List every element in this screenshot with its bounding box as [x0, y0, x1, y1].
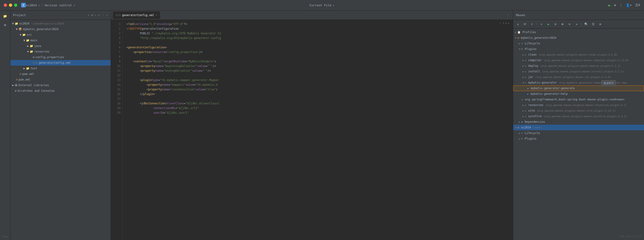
close-icon[interactable]: ✕: [98, 13, 100, 17]
tree-item-mybatis-gen[interactable]: ▼ 📦 mybatis_generator2024: [10, 26, 111, 32]
chevron-right-icon: ▶: [27, 44, 29, 48]
lifecycle-icon: 📋: [518, 31, 521, 34]
gear-icon[interactable]: −: [106, 13, 108, 17]
root-module-label: sc2024: [521, 126, 531, 129]
add-button[interactable]: +: [539, 21, 544, 27]
tab-more-button[interactable]: ⋮: [504, 13, 511, 17]
maximize-button[interactable]: [14, 3, 17, 7]
toggle-button[interactable]: ⊠: [560, 21, 565, 27]
maven-plugin-compiler[interactable]: ▶ ⚙ compiler (org.apache.maven.plugins:m…: [513, 57, 644, 63]
maven-plugin-resources[interactable]: ▶ ⚙ resources (org.apache.maven.plugins:…: [513, 102, 644, 108]
maven-plugins[interactable]: ▼ ⊞ Plugins: [513, 46, 644, 52]
folder-icon: 📁: [26, 67, 30, 70]
surefire-label: surefire: [528, 115, 542, 118]
skip-button[interactable]: ⊘: [567, 21, 572, 27]
code-line-5: [126, 40, 513, 45]
project-name-label: sc2024: [26, 3, 37, 7]
translate-icon[interactable]: 文A: [635, 3, 640, 7]
refresh-button[interactable]: ↺: [515, 21, 521, 27]
tree-item-main[interactable]: ▼ 📁 main: [10, 38, 111, 43]
tree-item-config-props[interactable]: ⚙ config.properties: [10, 54, 111, 60]
jar-label: jar: [528, 75, 533, 79]
goal-icon: ▶: [527, 93, 529, 95]
debug-icon[interactable]: ⚙: [614, 3, 616, 7]
version-control-label[interactable]: Version control ∨: [44, 3, 75, 7]
search-button[interactable]: 🔍: [584, 21, 589, 27]
maven-plugin-mybatis-gen[interactable]: ▼ ⚙ mybatis-generator (org.mybatis.gener…: [513, 80, 644, 86]
maven-title: Maven: [516, 13, 525, 17]
clean-label: clean: [528, 53, 536, 56]
current-file-selector[interactable]: Current File ∨: [309, 3, 335, 7]
maven-profiles[interactable]: ▶ 📋 Profiles: [513, 29, 644, 35]
lifecycle-button[interactable]: ⊡: [553, 21, 558, 27]
close-button[interactable]: [4, 3, 7, 7]
tree-item-scratches[interactable]: ▶ ≡ Scratches and Consoles: [10, 88, 111, 94]
tree-item-ext-libs[interactable]: ▶ 🏛 External Libraries: [10, 82, 111, 88]
maven-plugin-deploy[interactable]: ▶ ⚙ deploy (org.apache.maven.plugins:mav…: [513, 63, 644, 69]
maven-root-module[interactable]: ▼ m sc2024 (root): [513, 125, 644, 130]
minimize-button[interactable]: [9, 3, 12, 7]
maven-dependencies[interactable]: ▶ ◆ Dependencies: [513, 119, 644, 125]
maven-goal-help[interactable]: ▶ mybatis-generator:help: [513, 91, 644, 97]
columns-button[interactable]: ☰: [590, 21, 596, 27]
more-icon[interactable]: ⋮: [619, 3, 622, 7]
tree-item-src[interactable]: ▼ 📁 src: [10, 32, 111, 38]
scroll-up-icon[interactable]: ∧: [505, 22, 507, 25]
maven-tree: ▶ 📋 Profiles ▼ m mybatis_generator2024 ▶…: [513, 28, 644, 240]
resources-detail: (org.apache.maven.plugins:maven-resource…: [545, 104, 628, 107]
download-button[interactable]: ⬇: [529, 21, 535, 27]
tree-item-test[interactable]: ▶ 📁 test: [10, 66, 111, 71]
maven-root-lifecycle[interactable]: ▶ ⊙ Lifecycle: [513, 130, 644, 136]
tab-bar: </> generatorConfig.xml ✕ ⋮: [111, 10, 513, 20]
run-button[interactable]: ▶: [546, 21, 551, 27]
settings-button[interactable]: ⚙: [598, 21, 603, 27]
settings-icon: ⚙: [33, 56, 34, 59]
resources-label: resources: [528, 104, 544, 107]
deploy-label: deploy: [528, 64, 538, 67]
site-label: site: [528, 109, 535, 112]
reimport-button[interactable]: ⟳: [522, 21, 528, 27]
project-sidebar-button[interactable]: 📁: [2, 13, 8, 19]
structure-button[interactable]: ⊞: [2, 22, 8, 28]
plugin-icon: ⚙: [525, 59, 526, 62]
add-icon[interactable]: ⊕: [91, 13, 93, 17]
maven-lifecycle[interactable]: ▶ ⊙ Lifecycle: [513, 41, 644, 46]
run-icon[interactable]: ▶: [608, 3, 611, 7]
tree-item-generator-config[interactable]: </> generatorConfig.xml: [10, 60, 111, 66]
mybatis-gen-detail: (org.mybatis.generator:mybatis-generator…: [559, 81, 627, 84]
tree-item-sc2024[interactable]: ▼ 📁 sc2024 ~/IdeaProjects/sc2024: [10, 21, 111, 26]
maven-plugin-install[interactable]: ▶ ⚙ install (org.apache.maven.plugins:ma…: [513, 69, 644, 74]
maven-plugin-site[interactable]: ▶ ⚙ site (org.apache.maven.plugins:maven…: [513, 108, 644, 114]
more-icon[interactable]: ⋮: [101, 13, 104, 17]
clean-button[interactable]: ✕: [574, 21, 580, 27]
tab-generator-config[interactable]: </> generatorConfig.xml ✕: [113, 11, 160, 19]
more-tools-button[interactable]: ···: [2, 234, 8, 240]
maven-root-plugins[interactable]: ▶ ⊞ Plugins: [513, 136, 644, 141]
root-qualifier: (root): [533, 126, 542, 129]
maven-plugin-jar[interactable]: ▶ ⚙ jar (org.apache.maven.plugins:maven-…: [513, 74, 644, 80]
tree-item-resources[interactable]: ▼ 📁 resources: [10, 49, 111, 54]
chevron-right-icon: ▶: [515, 31, 516, 34]
code-area[interactable]: <?xml version="1.0" encoding="UTF-8"?> <…: [122, 20, 513, 240]
up-icon[interactable]: ↑: [94, 13, 96, 17]
chevron-down-icon: ∨: [73, 3, 75, 7]
maven-module-mybatis[interactable]: ▼ m mybatis_generator2024: [513, 35, 644, 41]
tree-label-resources: resources: [34, 50, 50, 53]
tab-close-button[interactable]: ✕: [156, 13, 157, 16]
tree-item-pom-root[interactable]: m pom.xml: [10, 77, 111, 82]
maven-plugin-spring-boot[interactable]: ⚙ org.springframework.boot:spring-boot-m…: [513, 97, 644, 102]
maven-m-icon: m: [518, 126, 519, 129]
app-icon: S: [21, 3, 26, 7]
maven-plugin-surefire[interactable]: ▶ ⚙ surefire (org.apache.maven.plugins:m…: [513, 114, 644, 119]
scroll-down-icon[interactable]: ∨: [508, 22, 509, 25]
titlebar-app-name[interactable]: sc2024 ∨: [26, 3, 40, 7]
tree-item-java[interactable]: ▶ 📁 java: [10, 43, 111, 49]
plugin-icon: ⚙: [525, 110, 526, 112]
share-icon[interactable]: 👤+: [626, 3, 632, 7]
icon-sidebar: 📁 ⊞ ···: [0, 10, 10, 240]
tree-label-generator-config: generatorConfig.xml: [39, 61, 71, 64]
maven-goal-generate[interactable]: ▶ mybatis-generator:generate: [513, 86, 644, 91]
chevron-down-icon: ▼: [519, 48, 520, 50]
maven-plugin-clean[interactable]: ▶ ⚙ clean (org.apache.maven.plugins:mave…: [513, 52, 644, 57]
tree-item-pom-mybatis[interactable]: m pom.xml: [10, 71, 111, 77]
